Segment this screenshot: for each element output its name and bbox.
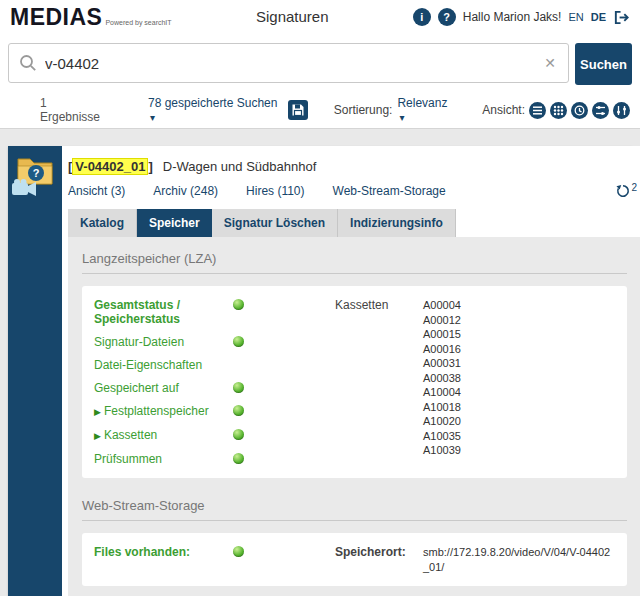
lza-status-label: Signatur-Dateien xyxy=(94,335,184,349)
speicherort-label: Speicherort: xyxy=(335,545,423,559)
webstream-card: Files vorhanden: Speicherort: smb://172.… xyxy=(82,533,627,586)
search-box[interactable]: ✕ xyxy=(8,43,569,83)
kassette-id: A10039 xyxy=(423,443,461,458)
lza-card: Gesamtstatus / SpeicherstatusSignatur-Da… xyxy=(82,286,627,478)
history-button[interactable]: 2 xyxy=(616,184,637,198)
kassette-id: A00038 xyxy=(423,371,461,386)
speicherort-value: smb://172.19.8.20/video/V/04/V-04402_01/ xyxy=(423,545,615,574)
link-ansicht[interactable]: Ansicht (3) xyxy=(68,184,125,198)
result-type-strip: ? xyxy=(8,146,62,596)
files-status-row: Files vorhanden: xyxy=(94,545,244,559)
lza-status-label: Gespeichert auf xyxy=(94,381,179,395)
page-title: Signaturen xyxy=(256,8,329,25)
history-count: 2 xyxy=(631,182,637,193)
filter-icon[interactable] xyxy=(592,102,609,119)
user-greeting: Hallo Marion Jaks! xyxy=(463,10,562,24)
sort-label: Sortierung: xyxy=(334,103,393,117)
kassette-id: A00004 xyxy=(423,298,461,313)
tab-signatur-loeschen[interactable]: Signatur Löschen xyxy=(212,209,338,237)
lza-status-label: Gesamtstatus / Speicherstatus xyxy=(94,298,230,326)
save-search-icon[interactable] xyxy=(288,100,308,120)
search-input[interactable] xyxy=(45,55,542,72)
lza-status-label: Datei-Eigenschaften xyxy=(94,358,202,372)
link-webstream[interactable]: Web-Stream-Storage xyxy=(333,184,446,198)
kassette-id: A10035 xyxy=(423,429,461,444)
chevron-down-icon: ▾ xyxy=(399,112,404,123)
view-list-icon[interactable] xyxy=(529,102,546,119)
logout-icon[interactable] xyxy=(613,9,630,26)
lang-en-link[interactable]: EN xyxy=(568,11,583,23)
results-toolbar: 1 Ergebnisse 78 gespeicherte Suchen ▾ So… xyxy=(0,92,640,129)
lza-status-label[interactable]: ▶Kassetten xyxy=(94,428,157,443)
kassette-id: A00016 xyxy=(423,342,461,357)
kassette-id: A00012 xyxy=(423,313,461,328)
expand-arrow-icon: ▶ xyxy=(94,431,101,441)
tab-katalog[interactable]: Katalog xyxy=(68,209,137,237)
kassette-id: A10018 xyxy=(423,400,461,415)
tab-speicher[interactable]: Speicher xyxy=(137,209,212,237)
lang-de-link[interactable]: DE xyxy=(591,11,606,23)
lza-status-row: ▶Festplattenspeicher xyxy=(94,404,244,419)
video-camera-icon xyxy=(10,178,40,204)
kassette-id: A10020 xyxy=(423,414,461,429)
lza-status-row: ▶Kassetten xyxy=(94,428,244,443)
view-history-icon[interactable] xyxy=(571,102,588,119)
header-right: i ? Hallo Marion Jaks! EN DE xyxy=(413,8,630,26)
kassette-id: A00015 xyxy=(423,327,461,342)
saved-searches-dropdown[interactable]: 78 gespeicherte Suchen ▾ xyxy=(148,96,280,124)
signature-row: [ V-04402_01 ] D-Wagen und Südbahnhof xyxy=(68,158,640,175)
webstream-heading: Web-Stream-Storage xyxy=(82,498,627,521)
expand-arrow-icon: ▶ xyxy=(94,407,101,417)
view-label: Ansicht: xyxy=(482,103,525,117)
search-button[interactable]: Suchen xyxy=(575,43,632,85)
status-ok-icon xyxy=(233,453,244,464)
status-ok-icon xyxy=(233,336,244,347)
lza-status-label: Prüfsummen xyxy=(94,452,162,466)
lza-status-label[interactable]: ▶Festplattenspeicher xyxy=(94,404,209,419)
status-ok-icon xyxy=(233,546,244,557)
result-title: D-Wagen und Südbahnhof xyxy=(163,159,316,174)
kassette-id: A10004 xyxy=(423,385,461,400)
lza-status-row: Datei-Eigenschaften xyxy=(94,358,244,372)
kassetten-values: A00004A00012A00015A00016A00031A00038A100… xyxy=(423,298,461,466)
results-count: 1 Ergebnisse xyxy=(40,96,106,124)
status-ok-icon xyxy=(233,405,244,416)
top-bar: MEDIAS Powered by searchIT Signaturen i … xyxy=(0,0,640,34)
search-row: ✕ Suchen xyxy=(0,34,640,92)
result-card-body: [ V-04402_01 ] D-Wagen und Südbahnhof An… xyxy=(62,146,640,596)
logo-subtitle: Powered by searchIT xyxy=(105,19,171,26)
logo-text: MEDIAS xyxy=(10,5,102,29)
status-ok-icon xyxy=(233,429,244,440)
info-icon[interactable]: i xyxy=(413,8,431,26)
status-ok-icon xyxy=(233,382,244,393)
lza-status-row: Gespeichert auf xyxy=(94,381,244,395)
clear-search-icon[interactable]: ✕ xyxy=(542,55,558,71)
toolbar-right-icons xyxy=(588,102,630,119)
link-hires[interactable]: Hires (110) xyxy=(246,184,304,198)
kassetten-block: Kassetten A00004A00012A00015A00016A00031… xyxy=(335,298,461,466)
lza-heading: Langzeitspeicher (LZA) xyxy=(82,251,627,274)
signature-bracket: ] xyxy=(148,159,152,174)
result-tabs: Katalog Speicher Signatur Löschen Indizi… xyxy=(68,209,640,237)
sort-dropdown[interactable]: Relevanz ▾ xyxy=(397,96,454,124)
help-icon[interactable]: ? xyxy=(438,8,456,26)
history-icon xyxy=(616,184,630,198)
lza-status-list: Gesamtstatus / SpeicherstatusSignatur-Da… xyxy=(94,298,244,466)
kassetten-label: Kassetten xyxy=(335,298,423,466)
lza-status-row: Prüfsummen xyxy=(94,452,244,466)
lza-status-row: Gesamtstatus / Speicherstatus xyxy=(94,298,244,326)
lza-status-row: Signatur-Dateien xyxy=(94,335,244,349)
files-label: Files vorhanden: xyxy=(94,545,190,559)
link-archiv[interactable]: Archiv (248) xyxy=(153,184,218,198)
result-links-row: Ansicht (3) Archiv (248) Hires (110) Web… xyxy=(68,184,640,198)
results-area: ? [ V-04402_01 ] D-Wagen und Südbahnhof … xyxy=(0,129,640,596)
tab-indizierungsinfo[interactable]: Indizierungsinfo xyxy=(338,209,456,237)
app-logo[interactable]: MEDIAS Powered by searchIT xyxy=(10,5,172,29)
view-grid-icon[interactable] xyxy=(550,102,567,119)
chevron-down-icon: ▾ xyxy=(150,112,155,123)
signature-id: V-04402_01 xyxy=(72,158,148,175)
display-settings-icon[interactable] xyxy=(613,102,630,119)
result-card: ? [ V-04402_01 ] D-Wagen und Südbahnhof … xyxy=(8,146,632,596)
search-icon xyxy=(19,54,37,72)
kassette-id: A00031 xyxy=(423,356,461,371)
